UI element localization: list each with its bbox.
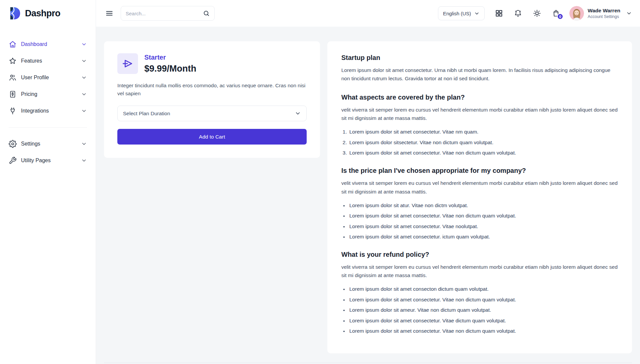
bell-icon — [514, 9, 522, 17]
chevron-down-icon — [81, 58, 87, 64]
gear-icon — [9, 140, 17, 148]
brand-logo[interactable]: Dashpro — [0, 0, 96, 27]
page-footer: Copyright © DashPro | Designed by Softiv… — [104, 363, 632, 364]
details-intro: Lorem ipsum dolor sit amet consectetur. … — [341, 66, 618, 83]
section-body: velit viverra sit semper lorem eu cursus… — [341, 179, 618, 195]
plan-title-block: Starter $9.99/Month — [144, 54, 196, 74]
chevron-down-icon — [81, 158, 87, 164]
chevron-down-icon — [474, 11, 480, 16]
plan-duration-placeholder: Select Plan Duration — [123, 111, 170, 117]
language-selector[interactable]: English (US) — [438, 6, 485, 20]
sidebar-item-label: Settings — [21, 141, 40, 147]
plan-name: Starter — [144, 54, 196, 61]
sidebar-item-integrations[interactable]: Integrations — [7, 103, 89, 119]
section-heading: Is the price plan I've chosen appropriat… — [341, 167, 618, 175]
plan-details-card: Startup plan Lorem ipsum dolor sit amet … — [327, 41, 632, 353]
chevron-down-icon — [81, 141, 87, 147]
list-item: Lorem ipsum dolor sit amet consectetur. … — [348, 150, 618, 156]
sidebar: Dashpro Dashboard Features User Profile … — [0, 0, 96, 364]
list-item: Lorem ipsum dolor sit amet consectetur. … — [348, 297, 618, 303]
sidebar-item-utility-pages[interactable]: Utility Pages — [7, 152, 89, 169]
hamburger-icon — [105, 9, 113, 17]
search-box — [121, 6, 215, 21]
list-item: Lorem ipsum dolor sit amet consectetur. … — [348, 213, 618, 219]
sun-icon — [533, 9, 541, 17]
sidebar-item-features[interactable]: Features — [7, 53, 89, 69]
dashpro-logo-icon — [7, 6, 21, 21]
list-item: Lorem ipsum dolor sit amet consectetur. … — [348, 223, 618, 229]
sidebar-nav: Dashboard Features User Profile Pricing … — [0, 27, 96, 169]
section-body: velit viverra sit semper lorem eu cursus… — [341, 263, 618, 279]
plan-card-header: Starter $9.99/Month — [117, 53, 307, 74]
sidebar-item-label: Dashboard — [21, 41, 47, 47]
cards-row: Starter $9.99/Month Integer tincidunt nu… — [104, 41, 632, 353]
user-name: Wade Warren — [588, 8, 620, 14]
theme-toggle-button[interactable] — [532, 9, 542, 18]
sidebar-item-pricing[interactable]: Pricing — [7, 86, 89, 103]
price-plan-fit-list: Lorem ipsum dolor sit atur. Vitae non di… — [341, 202, 618, 240]
list-item: Lorem ipsum dolor sit amet consectetur. … — [348, 318, 618, 324]
users-icon — [9, 74, 17, 82]
covered-aspects-list: Lorem ipsum dolor sit amet consectetur. … — [341, 129, 618, 156]
sidebar-item-settings[interactable]: Settings — [7, 136, 89, 152]
plan-description: Integer tincidunt nulla mollis eros comm… — [117, 82, 307, 98]
user-role: Account Settings — [588, 14, 620, 19]
section-heading: What aspects are covered by the plan? — [341, 94, 618, 101]
wrench-icon — [9, 157, 17, 165]
sidebar-item-label: Features — [21, 58, 42, 64]
hamburger-menu-button[interactable] — [104, 8, 115, 19]
main-content: Starter $9.99/Month Integer tincidunt nu… — [96, 27, 640, 364]
top-header: English (US) 0 — [96, 0, 640, 27]
avatar — [569, 6, 584, 21]
plug-icon — [9, 107, 17, 115]
star-icon — [9, 57, 17, 65]
grid-icon — [495, 9, 503, 17]
language-label: English (US) — [443, 11, 471, 16]
chevron-down-icon — [626, 10, 632, 16]
search-icon[interactable] — [203, 10, 210, 17]
section-body: velit viverra sit semper lorem eu cursus… — [341, 106, 618, 122]
cart-count-badge: 0 — [557, 13, 563, 20]
plan-duration-select[interactable]: Select Plan Duration — [117, 106, 307, 121]
brand-name: Dashpro — [25, 8, 60, 19]
sidebar-item-user-profile[interactable]: User Profile — [7, 69, 89, 86]
sidebar-item-label: Utility Pages — [21, 158, 51, 164]
account-menu[interactable]: Wade Warren Account Settings — [569, 6, 632, 21]
chevron-down-icon — [81, 41, 87, 47]
invoice-icon — [9, 90, 17, 98]
plan-tier-icon-box — [117, 53, 138, 74]
details-title: Startup plan — [341, 54, 618, 62]
notifications-button[interactable] — [513, 9, 523, 18]
section-heading: What is your refund policy? — [341, 251, 618, 258]
content-column: English (US) 0 — [96, 0, 640, 364]
refund-policy-list: Lorem ipsum dolor sit amet consecton dic… — [341, 286, 618, 334]
list-item: Lorem ipsum dolor sit amet consectetur. … — [348, 234, 618, 240]
list-item: Lorem ipsum dolor sit ameur. Vitae non d… — [348, 307, 618, 313]
sidebar-item-dashboard[interactable]: Dashboard — [7, 36, 89, 53]
cart-button[interactable]: 0 — [551, 9, 561, 18]
chevron-down-icon — [81, 108, 87, 114]
sidebar-divider — [9, 127, 87, 128]
user-meta: Wade Warren Account Settings — [588, 8, 620, 19]
list-item: Lorem ipsum dolor sit amet consectetur. … — [348, 129, 618, 135]
sidebar-item-label: Integrations — [21, 108, 49, 114]
list-item: Lorem ipsum dolor sit amet consectetur. … — [348, 328, 618, 334]
list-item: Lorem ipsum dolor sit amet consecton dic… — [348, 286, 618, 292]
chevron-down-icon — [295, 110, 301, 117]
sidebar-item-label: User Profile — [21, 75, 49, 81]
list-item: Lorem ipsum dolor sit atur. Vitae non di… — [348, 202, 618, 208]
chevron-down-icon — [81, 75, 87, 81]
sidebar-item-label: Pricing — [21, 91, 37, 97]
search-input[interactable] — [126, 11, 203, 16]
plan-price: $9.99/Month — [144, 64, 196, 74]
add-to-cart-button[interactable]: Add to Cart — [117, 129, 307, 145]
list-item: Lorem ipsum dolor sitsectetur. Vitae non… — [348, 140, 618, 146]
avatar-illustration — [569, 6, 584, 21]
chevron-down-icon — [81, 91, 87, 97]
apps-grid-button[interactable] — [494, 9, 504, 18]
plan-card: Starter $9.99/Month Integer tincidunt nu… — [104, 41, 320, 158]
send-triangle-icon — [122, 58, 134, 70]
home-icon — [9, 40, 17, 48]
